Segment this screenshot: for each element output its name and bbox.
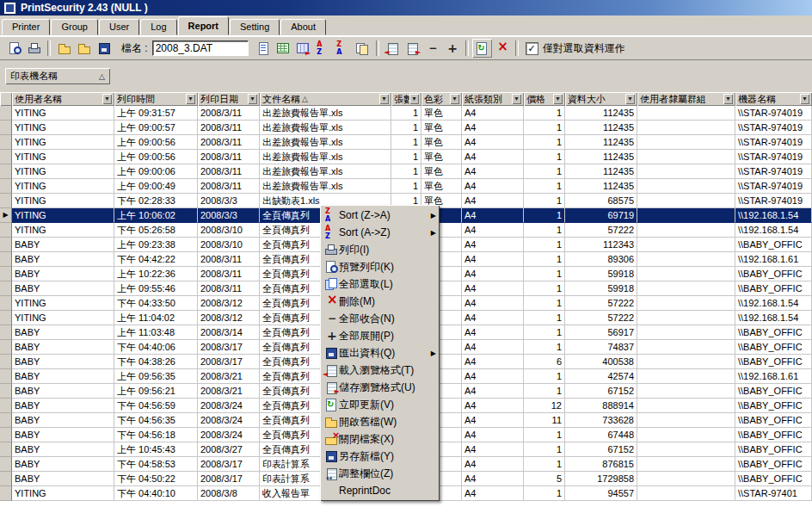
table-row[interactable]: YITING上午 09:31:572008/3/11出差旅費報告單.xls1單色… (0, 106, 812, 121)
column-header-4[interactable]: 張數▼ (391, 92, 421, 106)
context-menu-item-label: 調整欄位(Z) (339, 467, 436, 481)
column-header-7[interactable]: 價格▼ (524, 92, 565, 106)
table-cell: YITING (12, 106, 114, 121)
filter-dropdown-icon[interactable]: ▼ (723, 94, 733, 104)
file-name-input[interactable] (152, 40, 249, 56)
filter-dropdown-icon[interactable]: ▼ (379, 94, 389, 104)
table-row[interactable]: YITING上午 09:00:062008/3/11出差旅費報告單.xls1單色… (0, 164, 812, 179)
table-row[interactable]: YITING上午 09:00:562008/3/11出差旅費報告單.xls1單色… (0, 135, 812, 150)
tab-group[interactable]: Group (51, 19, 98, 35)
filter-dropdown-icon[interactable]: ▼ (625, 94, 635, 104)
context-menu-item[interactable]: 載入瀏覽格式(T) (322, 362, 438, 379)
column-header-0[interactable]: 使用者名稱▼ (12, 92, 114, 106)
column-header-label: 使用者名稱 (15, 93, 62, 106)
save-layout-button[interactable] (403, 39, 422, 58)
filter-dropdown-icon[interactable]: ▼ (512, 94, 521, 104)
sort-ascending-button[interactable] (313, 39, 333, 58)
context-menu-item[interactable]: 另存新檔(Y) (322, 448, 438, 465)
context-menu-item[interactable]: Sort (A->Z)▶ (322, 224, 438, 241)
export-excel-button[interactable] (274, 39, 293, 58)
column-header-1[interactable]: 列印時間▼ (114, 92, 198, 106)
table-row[interactable]: YITING上午 09:00:562008/3/11出差旅費報告單.xls1單色… (0, 150, 812, 164)
doc-lines-icon (256, 41, 270, 55)
open-folder-button[interactable] (74, 39, 94, 58)
collapse-all-button[interactable] (422, 39, 442, 58)
sort-az-icon (324, 226, 338, 239)
table-cell: BABY (12, 325, 114, 340)
table-cell: 1 (524, 325, 565, 340)
column-header-8[interactable]: 資料大小▼ (565, 92, 637, 106)
table-cell: 68575 (565, 194, 637, 208)
table-cell: YITING (12, 311, 114, 325)
open-file-button[interactable] (54, 39, 74, 58)
context-menu-item[interactable]: 關閉檔案(X) (322, 430, 438, 448)
filter-dropdown-icon[interactable]: ▼ (450, 94, 459, 104)
app-icon (3, 2, 16, 15)
context-menu-item[interactable]: 預覽列印(K) (322, 258, 438, 275)
expand-all-button[interactable] (442, 39, 462, 58)
context-menu-item[interactable]: 全部收合(N) (322, 310, 438, 327)
column-header-6[interactable]: 紙張類別▼ (462, 92, 524, 106)
filter-dropdown-icon[interactable]: ▼ (102, 94, 112, 104)
layout-save-icon (405, 41, 419, 55)
row-indicator-cell (0, 428, 12, 442)
context-menu-item-label: ReprintDoc (339, 485, 436, 497)
tab-log[interactable]: Log (140, 19, 176, 35)
group-field-printer-name[interactable]: 印表機名稱 △ (5, 68, 110, 84)
filter-dropdown-icon[interactable]: ▼ (800, 94, 809, 104)
context-menu-item[interactable]: Sort (Z->A)▶ (322, 207, 438, 224)
column-header-10[interactable]: 機器名稱▼ (735, 92, 812, 106)
sort-ascending-indicator-icon: △ (99, 72, 105, 81)
table-cell: 上午 09:56:35 (114, 369, 198, 384)
table-cell (637, 355, 735, 369)
filter-dropdown-icon[interactable]: ▼ (248, 94, 257, 104)
row-indicator-cell (0, 238, 12, 252)
context-menu-item[interactable]: 匯出資料(Q)▶ (322, 344, 438, 362)
column-header-3[interactable]: 文件名稱△▼ (260, 92, 391, 106)
context-menu-item[interactable]: 全部選取(L) (322, 275, 438, 293)
tab-setting[interactable]: Setting (230, 19, 280, 35)
export-data-button[interactable] (293, 39, 313, 58)
column-header-9[interactable]: 使用者隸屬群組▼ (637, 92, 735, 106)
selected-only-checkbox[interactable]: ✓ (526, 42, 538, 55)
table-cell: 2008/3/3 (198, 208, 260, 223)
tab-report[interactable]: Report (178, 16, 229, 35)
table-cell: 1 (391, 179, 421, 194)
context-menu-item[interactable]: 列印(I) (322, 241, 438, 258)
load-layout-button[interactable] (383, 39, 403, 58)
table-cell: 上午 09:00:06 (114, 164, 198, 179)
filter-dropdown-icon[interactable]: ▼ (186, 94, 195, 104)
table-cell (637, 164, 735, 179)
tab-about[interactable]: About (280, 19, 326, 35)
table-cell: 733628 (565, 413, 637, 428)
context-menu-item[interactable]: 刪除(M) (322, 293, 438, 310)
sort-descending-button[interactable] (333, 39, 353, 58)
context-menu-item[interactable]: ReprintDoc (322, 482, 438, 499)
filter-dropdown-icon[interactable]: ▼ (553, 94, 563, 104)
context-menu-item[interactable]: 立即更新(V) (322, 396, 438, 413)
save-file-button[interactable] (94, 39, 114, 58)
delete-button[interactable] (492, 39, 512, 58)
table-row[interactable]: YITING上午 09:00:572008/3/11出差旅費報告單.xls1單色… (0, 121, 812, 135)
preview-button[interactable] (4, 39, 24, 58)
filter-dropdown-icon[interactable]: ▼ (409, 94, 419, 104)
title-bar[interactable]: PrintSecurity 2.43 (NULL ) (0, 0, 812, 15)
context-menu-item[interactable]: 開啟舊檔(W) (322, 413, 438, 430)
view-report-button[interactable] (254, 39, 274, 58)
context-menu-item[interactable]: 調整欄位(Z) (322, 465, 438, 482)
refresh-button[interactable] (472, 39, 492, 58)
context-menu-item[interactable]: 全部展開(P) (322, 327, 438, 344)
print-button[interactable] (24, 39, 44, 58)
copy-button[interactable] (353, 39, 372, 58)
table-cell: 57222 (565, 296, 637, 311)
tab-user[interactable]: User (99, 19, 139, 35)
table-cell: 5 (524, 472, 565, 486)
table-cell: BABY (12, 355, 114, 369)
column-header-2[interactable]: 列印日期▼ (198, 92, 260, 106)
tab-printer[interactable]: Printer (2, 19, 50, 35)
table-cell: 上午 11:03:48 (114, 325, 198, 340)
context-menu-item[interactable]: 儲存瀏覽格式(U) (322, 379, 438, 396)
table-cell: 1 (524, 238, 565, 252)
table-row[interactable]: YITING上午 09:00:492008/3/11出差旅費報告單.xls1單色… (0, 179, 812, 194)
column-header-5[interactable]: 色彩▼ (421, 92, 462, 106)
